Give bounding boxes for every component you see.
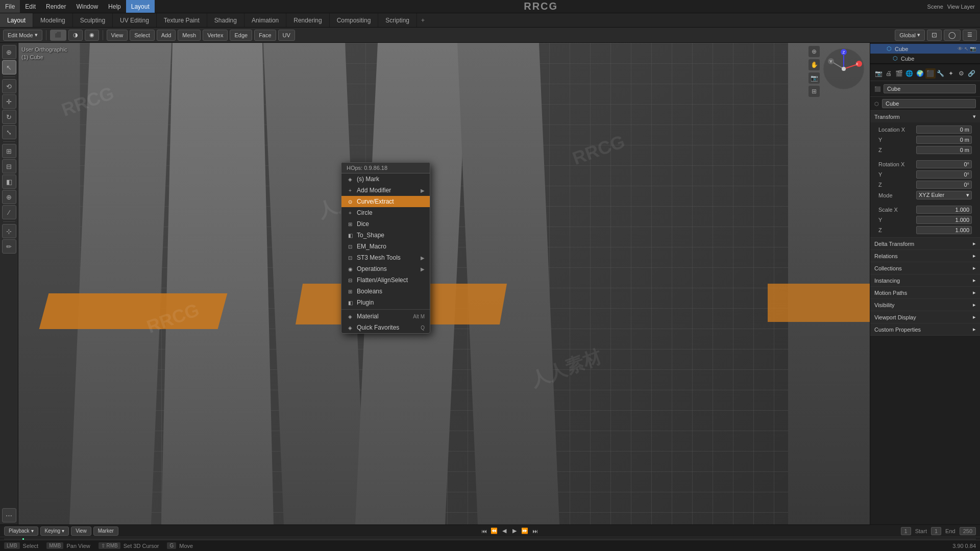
ctx-item-dice[interactable]: ⊞ Dice bbox=[341, 218, 430, 230]
menu-render[interactable]: Render bbox=[41, 0, 71, 13]
scale-y-value[interactable]: 1.000 bbox=[916, 216, 972, 224]
prop-scene-icon[interactable]: 🌐 bbox=[904, 68, 915, 79]
rotation-y-value[interactable]: 0° bbox=[916, 170, 972, 179]
ctx-item-plugin[interactable]: ◧ Plugin bbox=[341, 297, 430, 308]
snap-toggle[interactable]: ⊡ bbox=[927, 30, 942, 41]
location-y-value[interactable]: 0 m bbox=[916, 136, 972, 144]
viewport-shading-rendered[interactable]: ◉ bbox=[85, 30, 99, 41]
render-icon[interactable]: 📷 bbox=[970, 46, 976, 52]
prop-modifier-icon[interactable]: 🔧 bbox=[936, 68, 946, 79]
tab-shading[interactable]: Shading bbox=[207, 13, 244, 27]
ctx-item-material[interactable]: ◈ Material Alt M bbox=[341, 311, 430, 322]
delta-transform-header[interactable]: Delta Transform ▸ bbox=[870, 238, 980, 249]
marker-btn[interactable]: Marker bbox=[93, 527, 118, 536]
tool-options[interactable]: ⋯ bbox=[2, 508, 16, 522]
vertex-menu[interactable]: Vertex bbox=[203, 30, 228, 41]
face-menu[interactable]: Face bbox=[254, 30, 276, 41]
tab-animation[interactable]: Animation bbox=[244, 13, 286, 27]
tab-rendering[interactable]: Rendering bbox=[286, 13, 329, 27]
motion-paths-header[interactable]: Motion Paths ▸ bbox=[870, 287, 980, 298]
current-frame-display[interactable]: 1 bbox=[901, 527, 911, 535]
edge-menu[interactable]: Edge bbox=[230, 30, 252, 41]
prop-physics-icon[interactable]: ⚙ bbox=[957, 68, 967, 79]
tab-scripting[interactable]: Scripting bbox=[378, 13, 417, 27]
viewport[interactable]: RRCG 人人素材 RRCG 人人素材 RRCG User Orthograph… bbox=[18, 43, 870, 524]
grid-view-icon[interactable]: ⊞ bbox=[808, 86, 820, 97]
prop-object-icon[interactable]: ⬛ bbox=[925, 68, 936, 79]
instancing-header[interactable]: Instancing ▸ bbox=[870, 274, 980, 286]
prop-render-icon[interactable]: 📷 bbox=[873, 68, 884, 79]
viewport-shading-solid[interactable]: ⬛ bbox=[50, 30, 66, 41]
end-value[interactable]: 250 bbox=[960, 527, 976, 535]
tool-rotate[interactable]: ↻ bbox=[2, 110, 16, 124]
location-z-value[interactable]: 0 m bbox=[916, 146, 972, 154]
ctx-item-circle[interactable]: + Circle bbox=[341, 207, 430, 218]
zoom-to-fit-icon[interactable]: ⊕ bbox=[808, 46, 820, 57]
tool-extrude[interactable]: ⊞ bbox=[2, 144, 16, 158]
xray-toggle[interactable]: ☰ bbox=[963, 30, 977, 41]
tab-uv-editing[interactable]: UV Editing bbox=[113, 13, 157, 27]
tool-annotate[interactable]: ✏ bbox=[2, 239, 16, 254]
add-menu[interactable]: Add bbox=[157, 30, 176, 41]
custom-properties-header[interactable]: Custom Properties ▸ bbox=[870, 323, 980, 335]
object-name-input[interactable]: Cube bbox=[884, 84, 976, 93]
ctx-item-em-macro[interactable]: ⊡ EM_Macro bbox=[341, 241, 430, 252]
menu-help[interactable]: Help bbox=[103, 0, 126, 13]
prop-output-icon[interactable]: 🖨 bbox=[884, 68, 894, 79]
playback-dropdown[interactable]: Playback ▾ bbox=[4, 527, 38, 536]
play-reverse-btn[interactable]: ◀ bbox=[500, 527, 508, 535]
visibility-header[interactable]: Visibility ▸ bbox=[870, 299, 980, 311]
tool-cursor[interactable]: ⊕ bbox=[2, 45, 16, 59]
tab-texture-paint[interactable]: Texture Paint bbox=[157, 13, 207, 27]
ctx-item-booleans[interactable]: ⊞ Booleans bbox=[341, 286, 430, 297]
select-icon[interactable]: ↖ bbox=[964, 46, 968, 52]
keying-dropdown[interactable]: Keying ▾ bbox=[40, 527, 69, 536]
ctx-item-add-modifier[interactable]: + Add Modifier ▶ bbox=[341, 185, 430, 196]
tab-layout[interactable]: Layout bbox=[0, 13, 33, 27]
rotation-x-value[interactable]: 0° bbox=[916, 160, 972, 168]
next-frame-btn[interactable]: ⏩ bbox=[521, 527, 529, 535]
scale-x-value[interactable]: 1.000 bbox=[916, 206, 972, 214]
scale-z-value[interactable]: 1.000 bbox=[916, 226, 972, 234]
tool-transform[interactable]: ⟲ bbox=[2, 79, 16, 93]
tool-loop-cut[interactable]: ⊕ bbox=[2, 190, 16, 204]
relations-header[interactable]: Relations ▸ bbox=[870, 250, 980, 262]
menu-file[interactable]: File bbox=[0, 0, 20, 13]
tool-scale[interactable]: ⤡ bbox=[2, 125, 16, 139]
outliner-item-cube[interactable]: ⬡ Cube 👁 ↖ 📷 bbox=[870, 44, 980, 54]
eye-icon[interactable]: 👁 bbox=[958, 46, 963, 52]
ctx-item-flatten-align[interactable]: ⊟ Flatten/AlignSelect bbox=[341, 274, 430, 286]
prop-world-icon[interactable]: 🌍 bbox=[915, 68, 925, 79]
viewport-display-header[interactable]: Viewport Display ▸ bbox=[870, 311, 980, 323]
overlay-toggle[interactable]: ◯ bbox=[944, 30, 961, 41]
tab-compositing[interactable]: Compositing bbox=[330, 13, 379, 27]
ctx-item-mark[interactable]: ◈ (s) Mark bbox=[341, 173, 430, 185]
data-name-input[interactable]: Cube bbox=[882, 99, 976, 108]
tool-measure[interactable]: ⊹ bbox=[2, 224, 16, 238]
tool-move[interactable]: ✛ bbox=[2, 94, 16, 109]
prop-view-layer-icon[interactable]: 🎬 bbox=[894, 68, 904, 79]
rotation-mode-dropdown[interactable]: XYZ Euler ▾ bbox=[916, 191, 972, 199]
rotation-z-value[interactable]: 0° bbox=[916, 181, 972, 189]
tab-modeling[interactable]: Modeling bbox=[33, 13, 73, 27]
navigation-gizmo[interactable]: X Y Z bbox=[821, 46, 867, 92]
view-menu[interactable]: View bbox=[107, 30, 128, 41]
tab-sculpting[interactable]: Sculpting bbox=[73, 13, 113, 27]
uv-menu[interactable]: UV bbox=[278, 30, 295, 41]
start-value[interactable]: 1 bbox=[931, 527, 941, 535]
viewport-shading-material[interactable]: ◑ bbox=[68, 30, 83, 41]
ctx-item-to-shape[interactable]: ◧ To_Shape bbox=[341, 230, 430, 241]
transform-section-header[interactable]: Transform ▾ bbox=[870, 111, 980, 122]
collections-header[interactable]: Collections ▸ bbox=[870, 262, 980, 274]
ctx-item-st3-mesh-tools[interactable]: ⊡ ST3 Mesh Tools ▶ bbox=[341, 252, 430, 263]
prop-particles-icon[interactable]: ✦ bbox=[946, 68, 956, 79]
tool-bevel[interactable]: ◧ bbox=[2, 174, 16, 189]
tool-knife[interactable]: ∕ bbox=[2, 205, 16, 219]
menu-layout[interactable]: Layout bbox=[126, 0, 155, 13]
camera-icon[interactable]: 📷 bbox=[808, 72, 820, 84]
location-x-value[interactable]: 0 m bbox=[916, 126, 972, 134]
jump-to-start-btn[interactable]: ⏮ bbox=[480, 527, 488, 535]
mesh-menu[interactable]: Mesh bbox=[178, 30, 201, 41]
prop-constraints-icon[interactable]: 🔗 bbox=[967, 68, 977, 79]
ctx-item-quick-favorites[interactable]: ◈ Quick Favorites Q bbox=[341, 322, 430, 333]
